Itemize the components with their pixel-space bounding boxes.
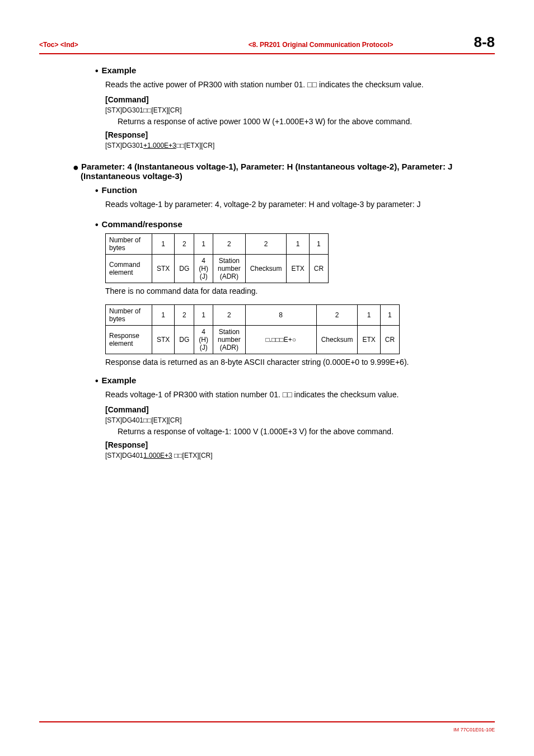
bullet-icon: • bbox=[95, 186, 99, 195]
cell: Station number (ADR) bbox=[213, 325, 246, 354]
cell: 2 bbox=[316, 304, 358, 325]
cell: 4 (H) (J) bbox=[194, 254, 213, 283]
example2-command-code: [STX]DG401□□[ETX][CR] bbox=[105, 416, 495, 424]
table-row: Number of bytes 1 2 1 2 2 1 1 bbox=[106, 233, 329, 254]
example1-title-text: Example bbox=[102, 65, 137, 75]
cell: CR bbox=[380, 325, 399, 354]
after-table1: There is no command data for data readin… bbox=[105, 287, 495, 295]
cell: 8 bbox=[245, 304, 316, 325]
cell: 1 bbox=[194, 233, 213, 254]
after-table2: Response data is returned as an 8-byte A… bbox=[105, 358, 495, 367]
cell: 1 bbox=[194, 304, 213, 325]
command-table: Number of bytes 1 2 1 2 2 1 1 Command el… bbox=[105, 233, 329, 283]
table-row: Command element STX DG 4 (H) (J) Station… bbox=[106, 254, 329, 283]
cell: Command element bbox=[106, 254, 152, 283]
footer-rule bbox=[39, 721, 495, 722]
example1-text: Reads the active power of PR300 with sta… bbox=[105, 79, 495, 91]
cmdresp-title: •Command/response bbox=[95, 219, 495, 230]
example2-response-code: [STX]DG4011.000E+3 □□[ETX][CR] bbox=[105, 452, 495, 459]
cell: 1 bbox=[309, 233, 328, 254]
response-table: Number of bytes 1 2 1 2 8 2 1 1 Response… bbox=[105, 304, 400, 354]
cell: STX bbox=[152, 325, 175, 354]
cell: STX bbox=[152, 254, 175, 283]
cell: □.□□□E+○ bbox=[245, 325, 316, 354]
cmdresp-title-text: Command/response bbox=[102, 219, 182, 229]
cell: 1 bbox=[358, 304, 380, 325]
example2-title-text: Example bbox=[102, 375, 137, 385]
cell: DG bbox=[175, 325, 194, 354]
function-title: •Function bbox=[95, 185, 495, 196]
page-content: •Example Reads the active power of PR300… bbox=[39, 65, 495, 459]
cell: ETX bbox=[358, 325, 380, 354]
table-row: Number of bytes 1 2 1 2 8 2 1 1 bbox=[106, 304, 400, 325]
example1-response-code: [STX]DG301+1.000E+3□□[ETX][CR] bbox=[105, 142, 495, 149]
cell: 2 bbox=[213, 304, 246, 325]
cell: DG bbox=[175, 254, 194, 283]
example1-returns: Returns a response of active power 1000 … bbox=[118, 116, 495, 128]
function-text: Reads voltage-1 by parameter: 4, voltage… bbox=[105, 199, 495, 210]
resp1-value: +1.000E+3 bbox=[143, 142, 176, 149]
example2-command-label: [Command] bbox=[105, 405, 495, 414]
cell: 1 bbox=[287, 233, 309, 254]
resp1-prefix: [STX]DG301 bbox=[105, 142, 143, 149]
cell: Number of bytes bbox=[106, 304, 152, 325]
page: <Toc> <Ind> <8. PR201 Original Communica… bbox=[0, 0, 534, 756]
filled-circle-icon: ● bbox=[73, 162, 79, 173]
bullet-icon: • bbox=[95, 220, 99, 229]
bullet-icon: • bbox=[95, 376, 99, 386]
cell: 4 (H) (J) bbox=[194, 325, 213, 354]
cell: 2 bbox=[175, 233, 194, 254]
example1-command-label: [Command] bbox=[105, 95, 495, 104]
example2-title: •Example bbox=[95, 375, 495, 386]
footer-doc-id: IM 77C01E01-10E bbox=[453, 727, 495, 732]
resp2-value: 1.000E+3 bbox=[143, 452, 172, 459]
example2-returns: Returns a response of voltage-1: 1000 V … bbox=[118, 426, 495, 438]
resp1-suffix: □□[ETX][CR] bbox=[176, 142, 215, 149]
function-title-text: Function bbox=[102, 185, 137, 195]
bullet-icon: • bbox=[95, 66, 99, 76]
example1-response-label: [Response] bbox=[105, 130, 495, 139]
cell: 1 bbox=[380, 304, 399, 325]
cell: ETX bbox=[287, 254, 309, 283]
example2-response-label: [Response] bbox=[105, 440, 495, 449]
cell: 2 bbox=[175, 304, 194, 325]
cell: Response element bbox=[106, 325, 152, 354]
cell: Station number (ADR) bbox=[213, 254, 246, 283]
cell: 1 bbox=[152, 304, 175, 325]
header-toc-link[interactable]: <Toc> <Ind> bbox=[39, 41, 78, 49]
example1-title: •Example bbox=[95, 65, 495, 76]
page-number: 8-8 bbox=[474, 34, 495, 51]
page-header: <Toc> <Ind> <8. PR201 Original Communica… bbox=[39, 34, 495, 54]
cell: 2 bbox=[213, 233, 246, 254]
resp2-suffix: □□[ETX][CR] bbox=[172, 452, 213, 459]
example1-command-code: [STX]DG301□□[ETX][CR] bbox=[105, 106, 495, 114]
example2-text: Reads voltage-1 of PR300 with station nu… bbox=[105, 389, 495, 401]
cell: CR bbox=[309, 254, 328, 283]
table-row: Response element STX DG 4 (H) (J) Statio… bbox=[106, 325, 400, 354]
cell: Number of bytes bbox=[106, 233, 152, 254]
header-chapter-title: <8. PR201 Original Communication Protoco… bbox=[168, 41, 474, 49]
cell: Checksum bbox=[316, 325, 358, 354]
cell: 2 bbox=[245, 233, 287, 254]
cell: Checksum bbox=[245, 254, 287, 283]
cell: 1 bbox=[152, 233, 175, 254]
resp2-prefix: [STX]DG401 bbox=[105, 452, 143, 459]
param-heading-text: Parameter: 4 (Instantaneous voltage-1), … bbox=[81, 162, 452, 181]
param-heading: ●Parameter: 4 (Instantaneous voltage-1),… bbox=[73, 162, 495, 181]
